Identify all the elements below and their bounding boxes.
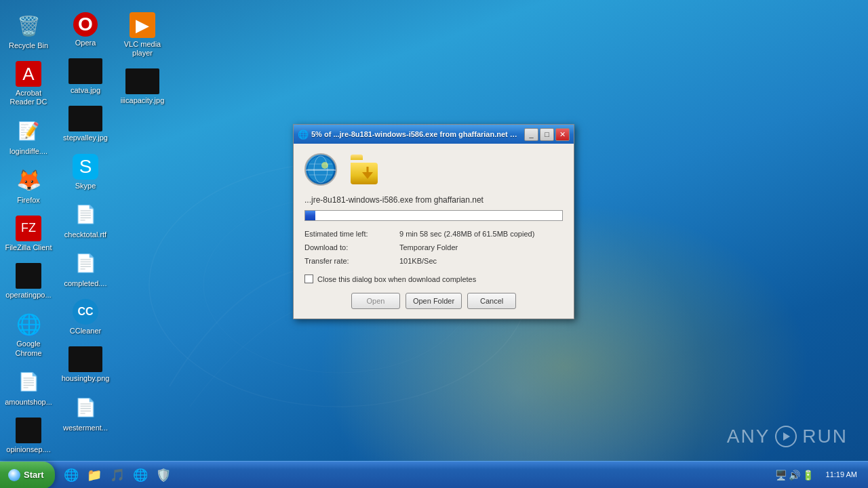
open-button[interactable]: Open bbox=[351, 293, 400, 309]
desktop-icon-recycle-bin[interactable]: 🗑️ Recycle Bin bbox=[1, 8, 56, 54]
vlc-icon: ▶ bbox=[130, 12, 155, 38]
folder-icon: 📁 bbox=[87, 468, 102, 483]
acrobat-icon: A bbox=[16, 61, 41, 87]
tray-network-icon[interactable]: 🖥️ bbox=[775, 470, 787, 481]
westerment-label: westerment... bbox=[63, 424, 108, 432]
desktop-icon-opinionsep[interactable]: opinionsep.... bbox=[1, 413, 56, 458]
dialog-controls: _ □ ✕ bbox=[524, 128, 570, 141]
opinionsep-label: opinionsep.... bbox=[6, 445, 50, 454]
stat-row-download: Download to: Temporary Folder bbox=[304, 241, 563, 255]
start-label: Start bbox=[24, 470, 44, 480]
dialog-stats: Estimated time left: 9 min 58 sec (2.48M… bbox=[304, 228, 563, 268]
close-when-done-checkbox[interactable] bbox=[304, 274, 313, 283]
filezilla-label: FileZilla Client bbox=[5, 243, 52, 252]
desktop-icon-catva[interactable]: catva.jpg bbox=[58, 54, 113, 99]
ccleaner-label: CCleaner bbox=[70, 327, 101, 336]
desktop-icon-vlc[interactable]: ▶ VLC media player bbox=[115, 8, 170, 62]
completed-label: completed.... bbox=[64, 279, 107, 288]
housingby-icon bbox=[68, 346, 102, 372]
dialog-close-button[interactable]: ✕ bbox=[555, 128, 570, 141]
dialog-titlebar: 🌐 5% of ...jre-8u181-windows-i586.exe fr… bbox=[294, 125, 574, 144]
dialog-title-text: 5% of ...jre-8u181-windows-i586.exe from… bbox=[311, 130, 521, 138]
desktop-icon-logindiffe[interactable]: 📝 logindiffe.... bbox=[1, 114, 56, 160]
progress-bar-fill bbox=[305, 211, 315, 220]
anyrun-text-any: ANY bbox=[727, 426, 770, 447]
start-orb-icon bbox=[8, 469, 20, 481]
firefox-label: Firefox bbox=[17, 196, 40, 205]
filezilla-icon: FZ bbox=[16, 216, 41, 241]
desktop-icon-acrobat[interactable]: A Acrobat Reader DC bbox=[1, 57, 56, 110]
vlc-label: VLC media player bbox=[118, 40, 167, 58]
checktotal-icon: 📄 bbox=[72, 201, 99, 228]
anyrun-text-run: RUN bbox=[802, 426, 848, 447]
operatingpo-label: operatingpo... bbox=[5, 291, 51, 300]
desktop-icon-ccleaner[interactable]: CC CCleaner bbox=[58, 295, 113, 340]
operatingpo-icon bbox=[16, 263, 41, 289]
desktop-icon-chrome[interactable]: 🌐 Google Chrome bbox=[1, 306, 56, 361]
desktop-icon-stepvalley[interactable]: stepvalley.jpg bbox=[58, 102, 113, 146]
recycle-bin-label: Recycle Bin bbox=[9, 41, 48, 50]
stat-row-transfer: Transfer rate: 101KB/Sec bbox=[304, 255, 563, 268]
opera-label: Opera bbox=[75, 39, 96, 47]
stat-label-time: Estimated time left: bbox=[304, 228, 399, 241]
desktop-icon-completed[interactable]: 📄 completed.... bbox=[58, 246, 113, 292]
dialog-minimize-button[interactable]: _ bbox=[524, 128, 538, 141]
start-button[interactable]: Start bbox=[0, 462, 55, 489]
system-tray: 🖥️ 🔊 🔋 bbox=[771, 462, 818, 488]
stepvalley-icon bbox=[68, 106, 102, 131]
chrome-taskbar-icon: 🌐 bbox=[133, 468, 148, 483]
taskbar-wmp-icon[interactable]: 🎵 bbox=[106, 464, 128, 486]
stat-value-download: Temporary Folder bbox=[399, 241, 458, 255]
chrome-label: Google Chrome bbox=[4, 340, 53, 357]
chrome-icon: 🌐 bbox=[15, 310, 42, 338]
opera-icon: O bbox=[73, 12, 98, 37]
tray-battery-icon[interactable]: 🔋 bbox=[802, 470, 814, 481]
logindiffe-icon: 📝 bbox=[15, 118, 42, 145]
system-clock[interactable]: 11:19 AM bbox=[821, 470, 863, 479]
housingby-label: housingby.png bbox=[62, 374, 110, 383]
taskbar-quick-launch: 🌐 📁 🎵 🌐 🛡️ bbox=[60, 464, 174, 486]
desktop-icon-housingby[interactable]: housingby.png bbox=[58, 342, 113, 387]
stat-value-time: 9 min 58 sec (2.48MB of 61.5MB copied) bbox=[399, 228, 534, 241]
taskbar-chrome-taskbar-icon[interactable]: 🌐 bbox=[130, 464, 151, 486]
taskbar-shield-icon[interactable]: 🛡️ bbox=[153, 464, 174, 486]
anyrun-watermark: ANY RUN bbox=[727, 426, 848, 447]
checkbox-row: Close this dialog box when download comp… bbox=[304, 274, 563, 283]
wmp-icon: 🎵 bbox=[110, 468, 125, 483]
ccleaner-icon: CC bbox=[73, 299, 98, 325]
dialog-restore-button[interactable]: □ bbox=[540, 128, 554, 141]
desktop-icon-filezilla[interactable]: FZ FileZilla Client bbox=[1, 211, 56, 256]
cancel-button[interactable]: Cancel bbox=[467, 293, 516, 309]
desktop-icon-opera[interactable]: O Opera bbox=[58, 8, 113, 52]
desktop-icon-skype[interactable]: S Skype bbox=[58, 150, 113, 195]
close-when-done-label[interactable]: Close this dialog box when download comp… bbox=[317, 275, 476, 283]
taskbar-right: 🖥️ 🔊 🔋 11:19 AM bbox=[771, 462, 868, 488]
svg-point-8 bbox=[321, 162, 328, 169]
acrobat-label: Acrobat Reader DC bbox=[4, 89, 53, 106]
firefox-icon: 🦊 bbox=[15, 167, 42, 194]
open-folder-button[interactable]: Open Folder bbox=[406, 293, 462, 309]
stat-row-time: Estimated time left: 9 min 58 sec (2.48M… bbox=[304, 228, 563, 241]
desktop-icon-operatingpo[interactable]: operatingpo... bbox=[1, 259, 56, 304]
checktotal-label: checktotal.rtf bbox=[64, 230, 106, 239]
desktop-icon-firefox[interactable]: 🦊 Firefox bbox=[1, 163, 56, 209]
download-folder-icon bbox=[351, 155, 384, 184]
stat-value-transfer: 101KB/Sec bbox=[399, 255, 437, 268]
desktop-icon-checktotal[interactable]: 📄 checktotal.rtf bbox=[58, 197, 113, 243]
anyrun-play-icon bbox=[775, 426, 797, 447]
download-dialog: 🌐 5% of ...jre-8u181-windows-i586.exe fr… bbox=[293, 124, 574, 319]
stat-label-download: Download to: bbox=[304, 241, 399, 255]
dialog-body: ...jre-8u181-windows-i586.exe from ghaff… bbox=[294, 144, 574, 319]
taskbar-folder-icon[interactable]: 📁 bbox=[83, 464, 105, 486]
desktop-icon-westerment[interactable]: 📄 westerment... bbox=[58, 390, 113, 436]
taskbar-ie-icon[interactable]: 🌐 bbox=[60, 464, 82, 486]
shield-icon: 🛡️ bbox=[156, 468, 171, 483]
skype-label: Skype bbox=[75, 182, 96, 190]
desktop-icon-amountshop[interactable]: 📄 amountshop... bbox=[1, 365, 56, 411]
desktop-icon-iiicapacity[interactable]: iiicapacity.jpg bbox=[115, 64, 170, 109]
skype-icon: S bbox=[73, 154, 98, 180]
dialog-filename: ...jre-8u181-windows-i586.exe from ghaff… bbox=[304, 195, 563, 205]
dialog-header-row bbox=[304, 153, 563, 186]
iiicapacity-icon bbox=[125, 68, 159, 94]
tray-volume-icon[interactable]: 🔊 bbox=[789, 470, 800, 481]
